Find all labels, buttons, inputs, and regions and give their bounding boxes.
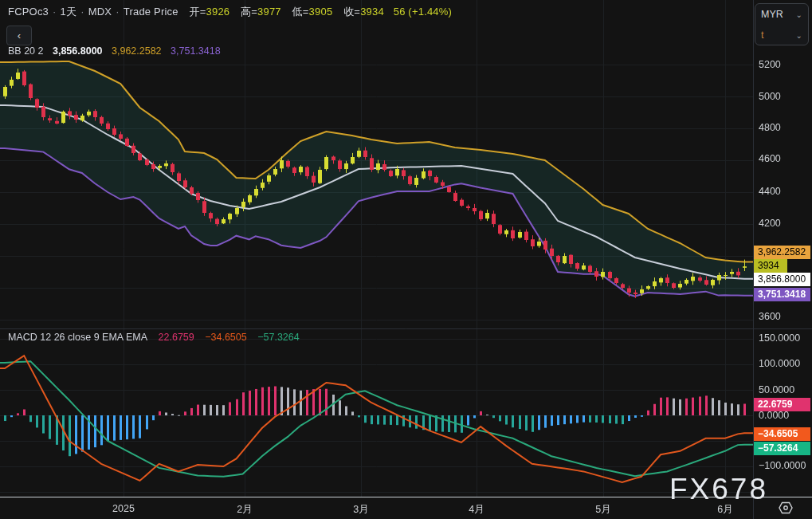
time-tick: 3月 [353, 503, 368, 517]
high-value: 3977 [257, 6, 281, 18]
macd-tick: 150.0000 [759, 332, 800, 344]
macd-tick: 100.0000 [759, 358, 800, 369]
time-tick: 5月 [595, 503, 610, 517]
chart-canvas[interactable] [0, 0, 812, 519]
scale-settings-button[interactable] [776, 499, 795, 517]
time-tick: 2025 [112, 503, 135, 514]
macd-indicator-legend: MACD 12 26 close 9 EMA EMA 22.6759 −34.6… [8, 332, 300, 343]
exchange-label[interactable]: MDX [88, 6, 112, 18]
macd-tick: 0.0000 [759, 410, 789, 421]
separator-dot: · [53, 6, 57, 18]
unit-dropdown[interactable]: t ⌄ [755, 25, 808, 45]
bb-lower-price-badge: 3,751.3418 [754, 288, 810, 301]
macd-indicator-name[interactable]: MACD 12 26 close 9 EMA EMA [8, 332, 147, 343]
price-tick: 4400 [759, 186, 781, 197]
unit-value: t [761, 29, 763, 41]
time-tick: 2月 [237, 503, 252, 517]
bb-upper-value: 3,962.2582 [112, 45, 162, 57]
fx678-watermark: FX678 [669, 473, 768, 506]
high-label: 高= [241, 6, 257, 18]
back-button[interactable]: ‹ [6, 26, 32, 45]
symbol-name[interactable]: FCPOc3 [8, 6, 49, 18]
bb-basis-price-badge: 3,856.8000 [754, 273, 810, 286]
low-value: 3905 [309, 6, 333, 18]
price-tick: 3600 [759, 311, 781, 322]
chevron-left-icon: ‹ [18, 29, 21, 41]
change-value: 56 (+1.44%) [394, 6, 452, 18]
interval-label[interactable]: 1天 [61, 6, 77, 18]
trading-chart-app: FCPOc3·1天·MDX·Trade Price 开=3926 高=3977 … [0, 0, 812, 519]
axis-unit-selector: MYR ⌄ t ⌄ [755, 3, 809, 45]
price-tick: 4600 [759, 153, 781, 164]
last-price-badge: 3934 [754, 259, 787, 273]
macd-line-value: −34.6505 [205, 332, 246, 343]
close-label: 收= [343, 6, 360, 18]
low-label: 低= [292, 6, 309, 18]
separator-dot: · [116, 6, 120, 18]
price-tick: 5200 [759, 59, 781, 70]
series-type-label[interactable]: Trade Price [124, 6, 178, 18]
currency-value: MYR [761, 9, 783, 20]
macd-tick: 50.0000 [759, 384, 794, 395]
currency-dropdown[interactable]: MYR ⌄ [755, 4, 808, 25]
open-value: 3926 [206, 6, 230, 18]
separator-dot: · [80, 6, 84, 18]
price-tick: 4200 [759, 218, 781, 229]
price-tick: 4800 [759, 122, 781, 133]
bb-lower-value: 3,751.3418 [171, 45, 221, 57]
macd-tick: −100.0000 [759, 460, 806, 471]
close-value: 3934 [360, 6, 384, 18]
macd-signal-value: −57.3264 [257, 332, 299, 343]
macd-line-badge: −34.6505 [754, 427, 810, 441]
price-tick: 5000 [759, 91, 781, 102]
bb-basis-value: 3,856.8000 [53, 45, 103, 57]
chevron-down-icon: ⌄ [796, 31, 802, 40]
symbol-legend: FCPOc3·1天·MDX·Trade Price 开=3926 高=3977 … [8, 5, 452, 19]
time-tick: 4月 [469, 503, 484, 517]
bb-upper-price-badge: 3,962.2582 [754, 246, 810, 259]
macd-hist-badge: 22.6759 [754, 398, 810, 411]
bb-indicator-legend: BB 20 2 3,856.8000 3,962.2582 3,751.3418 [8, 45, 221, 57]
chevron-down-icon: ⌄ [796, 10, 802, 19]
bb-indicator-name[interactable]: BB 20 2 [8, 45, 43, 57]
open-label: 开= [190, 6, 206, 18]
macd-signal-badge: −57.3264 [754, 442, 810, 455]
macd-hist-value: 22.6759 [159, 332, 194, 343]
hexagon-settings-icon [778, 500, 794, 516]
